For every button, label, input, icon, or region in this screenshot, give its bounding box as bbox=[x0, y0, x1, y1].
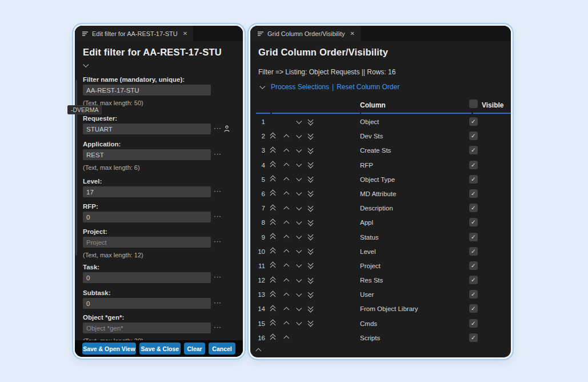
scroll-up-chevron-icon[interactable] bbox=[255, 347, 261, 353]
move-bottom-button[interactable] bbox=[307, 176, 314, 184]
move-down-button[interactable] bbox=[296, 277, 302, 283]
move-bottom-button[interactable] bbox=[307, 248, 314, 256]
move-bottom-button[interactable] bbox=[307, 305, 314, 313]
move-bottom-button[interactable] bbox=[307, 161, 314, 169]
browse-ellipsis-button[interactable]: ··· bbox=[214, 237, 222, 245]
move-bottom-button[interactable] bbox=[307, 190, 314, 198]
move-up-button[interactable] bbox=[283, 133, 289, 139]
browse-ellipsis-button[interactable]: ··· bbox=[214, 150, 222, 158]
tab-grid-column-order[interactable]: Grid Column Order/Visibility ✕ bbox=[250, 26, 361, 41]
visible-checkbox[interactable]: ✓ bbox=[469, 146, 478, 154]
visible-checkbox[interactable]: ✓ bbox=[469, 233, 478, 241]
move-bottom-button[interactable] bbox=[307, 291, 314, 299]
move-down-button[interactable] bbox=[296, 191, 302, 197]
object-gen-input[interactable] bbox=[83, 323, 211, 333]
move-top-button[interactable] bbox=[270, 176, 276, 184]
move-up-button[interactable] bbox=[283, 205, 289, 211]
clear-button[interactable]: Clear bbox=[184, 343, 205, 355]
move-up-button[interactable] bbox=[283, 277, 289, 283]
project-input[interactable] bbox=[83, 237, 211, 248]
move-bottom-button[interactable] bbox=[307, 276, 314, 284]
browse-ellipsis-button[interactable]: ··· bbox=[214, 124, 222, 132]
move-up-button[interactable] bbox=[283, 292, 289, 297]
move-up-button[interactable] bbox=[283, 335, 289, 341]
move-down-button[interactable] bbox=[296, 321, 302, 327]
visible-checkbox[interactable]: ✓ bbox=[469, 276, 478, 284]
visible-checkbox[interactable]: ✓ bbox=[469, 261, 478, 270]
visible-all-checkbox[interactable] bbox=[469, 100, 478, 108]
move-top-button[interactable] bbox=[270, 161, 276, 169]
move-top-button[interactable] bbox=[270, 334, 276, 342]
visible-checkbox[interactable]: ✓ bbox=[469, 290, 478, 299]
move-down-button[interactable] bbox=[296, 263, 302, 269]
visible-checkbox[interactable]: ✓ bbox=[469, 247, 478, 256]
move-up-button[interactable] bbox=[283, 263, 289, 269]
close-icon[interactable]: ✕ bbox=[350, 30, 355, 37]
visible-checkbox[interactable]: ✓ bbox=[469, 175, 478, 184]
move-top-button[interactable] bbox=[270, 276, 276, 284]
move-bottom-button[interactable] bbox=[307, 218, 314, 226]
visible-checkbox[interactable]: ✓ bbox=[469, 333, 478, 342]
move-top-button[interactable] bbox=[270, 320, 276, 328]
subtask-input[interactable] bbox=[83, 298, 211, 309]
visible-checkbox[interactable]: ✓ bbox=[469, 117, 478, 126]
application-input[interactable] bbox=[83, 149, 211, 160]
rfp-input[interactable] bbox=[83, 212, 211, 222]
visible-checkbox[interactable]: ✓ bbox=[469, 218, 478, 226]
move-up-button[interactable] bbox=[283, 249, 289, 254]
move-down-button[interactable] bbox=[296, 119, 302, 125]
level-input[interactable] bbox=[83, 186, 211, 197]
move-top-button[interactable] bbox=[270, 262, 276, 270]
move-top-button[interactable] bbox=[270, 132, 276, 140]
move-top-button[interactable] bbox=[270, 291, 276, 299]
move-top-button[interactable] bbox=[270, 204, 276, 212]
save-open-view-button[interactable]: Save & Open View bbox=[82, 343, 136, 355]
move-down-button[interactable] bbox=[296, 234, 302, 240]
reset-column-order-link[interactable]: Reset Column Order bbox=[337, 83, 399, 91]
move-down-button[interactable] bbox=[296, 205, 302, 211]
user-icon[interactable] bbox=[224, 125, 230, 135]
move-top-button[interactable] bbox=[270, 233, 276, 241]
collapse-chevron-down-icon[interactable] bbox=[259, 84, 265, 90]
requester-input[interactable] bbox=[83, 124, 211, 134]
move-bottom-button[interactable] bbox=[307, 204, 314, 212]
move-down-button[interactable] bbox=[296, 249, 302, 254]
process-selections-link[interactable]: Process Selections bbox=[271, 83, 329, 91]
visible-checkbox[interactable]: ✓ bbox=[469, 304, 478, 313]
visible-checkbox[interactable]: ✓ bbox=[469, 204, 478, 212]
collapse-chevron-down-icon[interactable] bbox=[83, 62, 89, 68]
save-close-button[interactable]: Save & Close bbox=[139, 343, 181, 355]
move-up-button[interactable] bbox=[283, 191, 289, 197]
visible-checkbox[interactable]: ✓ bbox=[469, 161, 478, 169]
tab-edit-filter[interactable]: Edit filter for AA-REST-17-STU ✕ bbox=[75, 26, 193, 41]
move-down-button[interactable] bbox=[296, 292, 302, 297]
move-top-button[interactable] bbox=[270, 305, 276, 313]
move-top-button[interactable] bbox=[270, 146, 276, 154]
browse-ellipsis-button[interactable]: ··· bbox=[214, 273, 222, 281]
browse-ellipsis-button[interactable]: ··· bbox=[214, 323, 222, 331]
filter-name-input[interactable] bbox=[83, 85, 211, 96]
move-down-button[interactable] bbox=[296, 162, 302, 168]
move-up-button[interactable] bbox=[283, 177, 289, 182]
move-bottom-button[interactable] bbox=[307, 118, 314, 126]
cancel-button[interactable]: Cancel bbox=[209, 343, 235, 355]
move-down-button[interactable] bbox=[296, 220, 302, 225]
move-down-button[interactable] bbox=[296, 148, 302, 153]
visible-checkbox[interactable]: ✓ bbox=[469, 132, 478, 140]
browse-ellipsis-button[interactable]: ··· bbox=[214, 299, 222, 307]
move-up-button[interactable] bbox=[283, 321, 289, 327]
browse-ellipsis-button[interactable]: ··· bbox=[214, 187, 222, 195]
visible-checkbox[interactable]: ✓ bbox=[469, 189, 478, 198]
move-up-button[interactable] bbox=[283, 162, 289, 168]
task-input[interactable] bbox=[83, 272, 211, 283]
move-up-button[interactable] bbox=[283, 148, 289, 153]
move-bottom-button[interactable] bbox=[307, 320, 314, 328]
move-bottom-button[interactable] bbox=[307, 233, 314, 241]
move-down-button[interactable] bbox=[296, 133, 302, 139]
move-up-button[interactable] bbox=[283, 234, 289, 240]
move-top-button[interactable] bbox=[270, 248, 276, 256]
visible-checkbox[interactable]: ✓ bbox=[469, 319, 478, 328]
move-bottom-button[interactable] bbox=[307, 146, 314, 154]
move-bottom-button[interactable] bbox=[307, 262, 314, 270]
move-down-button[interactable] bbox=[296, 306, 302, 312]
